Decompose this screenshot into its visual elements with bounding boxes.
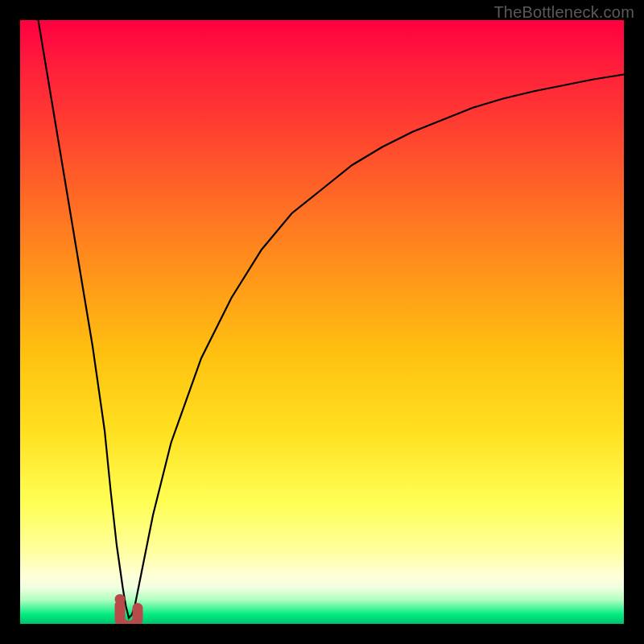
bottleneck-curve (39, 20, 625, 618)
chart-canvas (20, 20, 624, 624)
svg-point-0 (115, 594, 126, 605)
plot-frame (20, 20, 624, 624)
watermark-text: TheBottleneck.com (493, 3, 634, 22)
